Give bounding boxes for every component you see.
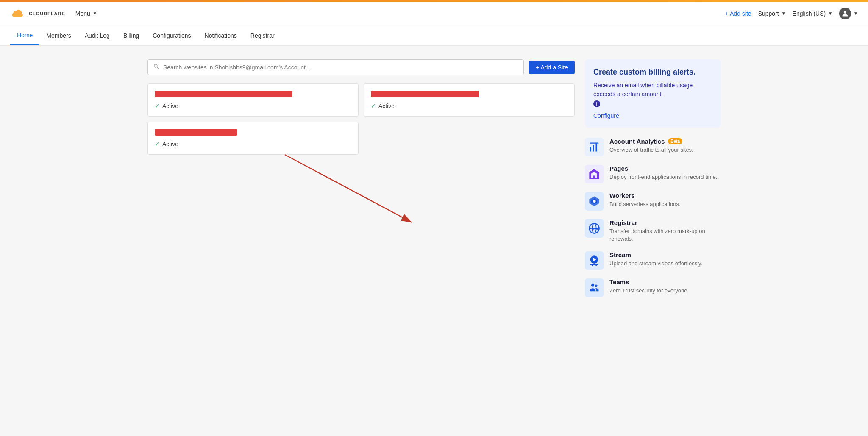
arrow-annotation	[147, 146, 575, 239]
language-button[interactable]: English (US) ▼	[793, 10, 833, 17]
svg-rect-4	[596, 143, 598, 152]
stream-desc: Upload and stream videos effortlessly.	[609, 260, 721, 267]
configure-link[interactable]: Configure	[593, 112, 619, 119]
support-caret-icon: ▼	[782, 11, 786, 16]
site-status-label-2: Active	[378, 103, 395, 109]
teams-name-row: Teams	[609, 278, 721, 286]
svg-line-1	[285, 155, 412, 222]
logo-text: CLOUDFLARE	[29, 11, 65, 16]
analytics-info: Account Analytics Beta Overview of traff…	[609, 138, 721, 154]
support-label: Support	[758, 10, 779, 17]
add-site-link[interactable]: + Add site	[725, 10, 751, 17]
svg-point-19	[591, 284, 594, 287]
nav-item-billing[interactable]: Billing	[117, 26, 146, 45]
stream-icon	[585, 251, 604, 270]
pages-icon	[585, 165, 604, 183]
svg-rect-16	[590, 264, 598, 265]
avatar	[839, 8, 851, 19]
menu-caret-icon: ▼	[93, 11, 97, 16]
pages-name: Pages	[609, 165, 628, 172]
analytics-icon	[585, 138, 604, 156]
site-card-2[interactable]: ✓ Active	[364, 83, 575, 117]
logo[interactable]: CLOUDFLARE	[10, 9, 65, 18]
header-right: + Add site Support ▼ English (US) ▼ ▼	[725, 8, 858, 19]
nav-item-registrar[interactable]: Registrar	[244, 26, 281, 45]
service-item-analytics[interactable]: Account Analytics Beta Overview of traff…	[585, 138, 721, 156]
svg-rect-2	[590, 147, 592, 152]
info-icon: i	[593, 100, 600, 107]
search-icon	[153, 63, 160, 71]
svg-point-20	[595, 285, 598, 287]
analytics-desc: Overview of traffic to all your sites.	[609, 146, 721, 154]
analytics-name-row: Account Analytics Beta	[609, 138, 721, 145]
main-content: + Add a Site ✓ Active ✓ Active	[137, 46, 731, 311]
workers-icon	[585, 192, 604, 211]
svg-point-17	[592, 265, 593, 267]
add-site-button[interactable]: + Add a Site	[529, 61, 575, 74]
search-row: + Add a Site	[147, 59, 575, 75]
site-status-label-1: Active	[162, 103, 178, 109]
nav-item-configurations[interactable]: Configurations	[146, 26, 198, 45]
site-name-bar-1	[155, 91, 292, 97]
menu-button[interactable]: Menu ▼	[72, 8, 100, 19]
teams-icon	[585, 278, 604, 297]
service-list: Account Analytics Beta Overview of traff…	[585, 138, 721, 297]
billing-alert-card: Create custom billing alerts. Receive an…	[585, 59, 721, 128]
site-name-bar-3	[155, 129, 237, 136]
search-box[interactable]	[147, 59, 524, 75]
header: CLOUDFLARE Menu ▼ + Add site Support ▼ E…	[0, 2, 868, 25]
language-caret-icon: ▼	[828, 11, 832, 16]
workers-name-row: Workers	[609, 192, 721, 199]
pages-name-row: Pages	[609, 165, 721, 172]
menu-label: Menu	[75, 10, 90, 17]
stream-info: Stream Upload and stream videos effortle…	[609, 251, 721, 267]
billing-description: Receive an email when billable usage exc…	[593, 81, 712, 107]
site-status-1: ✓ Active	[155, 103, 351, 109]
billing-title: Create custom billing alerts.	[593, 68, 712, 77]
main-nav: Home Members Audit Log Billing Configura…	[0, 25, 868, 46]
site-status-2: ✓ Active	[371, 103, 568, 109]
svg-text:WWW: WWW	[592, 228, 599, 230]
beta-badge: Beta	[668, 138, 682, 144]
service-item-workers[interactable]: Workers Build serverless applications.	[585, 192, 721, 211]
workers-info: Workers Build serverless applications.	[609, 192, 721, 208]
registrar-desc: Transfer domains with zero mark-up on re…	[609, 228, 721, 243]
teams-info: Teams Zero Trust security for everyone.	[609, 278, 721, 294]
site-card-1[interactable]: ✓ Active	[147, 83, 359, 117]
nav-item-audit-log[interactable]: Audit Log	[78, 26, 117, 45]
service-item-registrar[interactable]: WWW Registrar Transfer domains with zero…	[585, 219, 721, 243]
billing-description-text: Receive an email when billable usage exc…	[593, 81, 712, 99]
registrar-icon: WWW	[585, 219, 604, 238]
site-name-bar-2	[371, 91, 479, 97]
user-menu-button[interactable]: ▼	[839, 8, 858, 19]
red-arrow-icon	[147, 146, 575, 239]
check-icon-2: ✓	[371, 103, 376, 109]
teams-desc: Zero Trust security for everyone.	[609, 287, 721, 294]
stream-name: Stream	[609, 251, 631, 258]
service-item-teams[interactable]: Teams Zero Trust security for everyone.	[585, 278, 721, 297]
language-label: English (US)	[793, 10, 826, 17]
stream-name-row: Stream	[609, 251, 721, 258]
search-input[interactable]	[163, 64, 518, 71]
workers-desc: Build serverless applications.	[609, 200, 721, 208]
svg-rect-5	[590, 143, 599, 144]
support-button[interactable]: Support ▼	[758, 10, 786, 17]
user-caret-icon: ▼	[854, 11, 858, 16]
cloudflare-logo-icon	[10, 9, 25, 18]
pages-desc: Deploy front-end applications in record …	[609, 173, 721, 181]
teams-name: Teams	[609, 278, 629, 286]
registrar-name: Registrar	[609, 219, 637, 226]
pages-info: Pages Deploy front-end applications in r…	[609, 165, 721, 181]
svg-point-6	[593, 173, 595, 175]
add-site-label: + Add site	[725, 10, 751, 17]
analytics-name: Account Analytics	[609, 138, 665, 145]
svg-rect-3	[593, 145, 595, 151]
workers-name: Workers	[609, 192, 635, 199]
nav-item-members[interactable]: Members	[39, 26, 78, 45]
nav-item-home[interactable]: Home	[10, 26, 39, 45]
left-column: + Add a Site ✓ Active ✓ Active	[147, 59, 575, 297]
service-item-pages[interactable]: Pages Deploy front-end applications in r…	[585, 165, 721, 183]
nav-item-notifications[interactable]: Notifications	[198, 26, 244, 45]
service-item-stream[interactable]: Stream Upload and stream videos effortle…	[585, 251, 721, 270]
registrar-info: Registrar Transfer domains with zero mar…	[609, 219, 721, 243]
